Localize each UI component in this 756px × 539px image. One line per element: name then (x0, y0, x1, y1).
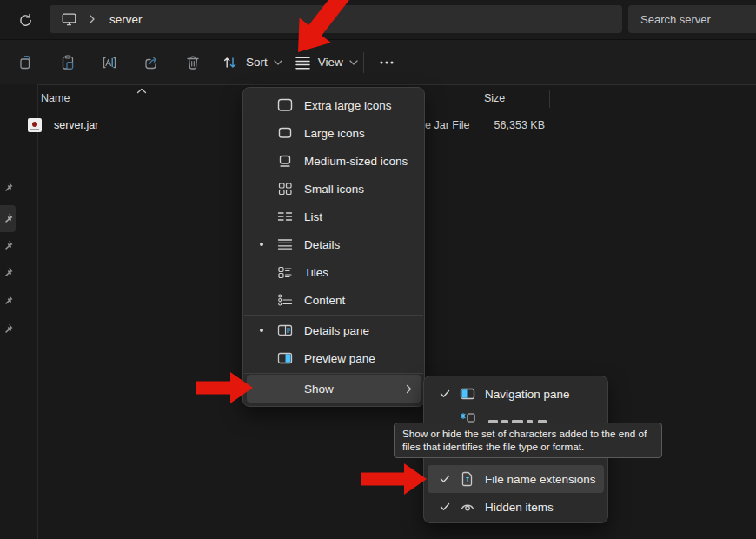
toolbar-separator (363, 52, 364, 73)
pin-icon[interactable] (2, 266, 14, 278)
menu-item-label: Show (304, 383, 334, 396)
pin-icon[interactable] (2, 294, 14, 306)
search-input[interactable]: Search server (628, 5, 756, 33)
pin-icon[interactable] (2, 181, 14, 193)
menu-item-label: Details (304, 238, 340, 251)
menu-item-label: Small icons (304, 183, 364, 196)
menu-item-label: Large icons (304, 127, 365, 140)
submenu-item-label: Navigation pane (485, 388, 570, 401)
menu-item-list[interactable]: List (247, 203, 421, 230)
list-view-icon (276, 208, 294, 225)
submenu-item-hidden-items[interactable]: Hidden items (428, 493, 604, 521)
large-icons-icon (276, 124, 294, 142)
details-view-icon (276, 236, 294, 253)
file-name: server.jar (54, 119, 98, 131)
compact-view-icon-partial (459, 411, 476, 423)
empty-icon-slot (276, 380, 294, 397)
submenu-item-file-name-extensions[interactable]: File name extensions (428, 465, 604, 493)
refresh-button[interactable] (12, 7, 38, 33)
share-icon (143, 54, 160, 71)
column-separator[interactable] (549, 90, 550, 108)
this-pc-icon[interactable] (62, 13, 76, 26)
preview-pane-icon (276, 349, 294, 367)
menu-separator (425, 409, 607, 409)
paste-icon (59, 54, 76, 71)
menu-item-small-icons[interactable]: Small icons (247, 175, 421, 203)
menu-item-extra-large-icons[interactable]: Extra large icons (247, 91, 421, 119)
view-button[interactable]: View (295, 47, 358, 78)
chevron-right-icon (406, 384, 412, 394)
column-header-name[interactable]: Name (41, 87, 70, 110)
pin-icon[interactable] (2, 212, 14, 224)
sort-label: Sort (246, 56, 268, 69)
tiles-view-icon (276, 263, 294, 281)
tooltip: Show or hide the set of characters added… (394, 423, 662, 458)
hidden-items-icon (459, 498, 476, 516)
copy-button[interactable] (9, 47, 43, 78)
menu-item-large-icons[interactable]: Large icons (247, 119, 421, 147)
chevron-down-icon (274, 60, 282, 65)
size-header-label: Size (484, 92, 505, 104)
content-view-icon (276, 291, 294, 309)
tooltip-text: Show or hide the set of characters added… (402, 428, 647, 452)
rename-icon (101, 54, 118, 71)
paste-button[interactable] (50, 47, 85, 78)
menu-item-show[interactable]: Show (247, 375, 421, 403)
selected-indicator (247, 243, 276, 246)
view-menu: Extra large icons Large icons Medium-siz… (242, 87, 425, 407)
more-options-icon (379, 60, 395, 65)
rename-button[interactable] (92, 47, 127, 78)
toolbar-separator (216, 52, 216, 73)
menu-item-medium-sized-icons[interactable]: Medium-sized icons (247, 147, 421, 175)
menu-item-label: Tiles (304, 266, 328, 279)
arrow-to-file-name-extensions (361, 463, 427, 495)
search-placeholder: Search server (640, 13, 711, 26)
details-pane-icon (276, 322, 294, 339)
menu-item-label: Preview pane (304, 352, 375, 365)
sort-ascending-icon (136, 88, 147, 94)
checkmark-icon (431, 389, 459, 398)
title-bar: server Search server (0, 0, 756, 40)
navigation-pane-icon (459, 385, 476, 403)
sort-button[interactable]: Sort (222, 47, 282, 78)
menu-item-details[interactable]: Details (247, 230, 421, 258)
delete-button[interactable] (176, 47, 210, 78)
menu-item-label: Details pane (304, 324, 369, 337)
file-size: 56,353 KB (481, 119, 545, 131)
checkmark-icon (431, 475, 459, 483)
copy-icon (17, 54, 35, 71)
delete-icon (184, 54, 202, 71)
more-options-button[interactable] (369, 47, 404, 78)
menu-item-label: Medium-sized icons (304, 155, 408, 168)
name-header-label: Name (41, 92, 70, 104)
column-separator[interactable] (481, 90, 481, 108)
medium-sized-icons-icon (276, 152, 294, 170)
jar-file-icon (28, 118, 42, 132)
view-icon (295, 55, 311, 70)
column-header-size[interactable]: Size (484, 87, 505, 110)
command-bar: Sort View (0, 40, 756, 85)
submenu-item-navigation-pane[interactable]: Navigation pane (428, 380, 604, 408)
breadcrumb-chevron-icon (89, 15, 96, 23)
submenu-item-label: File name extensions (485, 473, 596, 486)
menu-item-tiles[interactable]: Tiles (247, 258, 421, 286)
pin-icon[interactable] (2, 323, 14, 335)
menu-item-label: List (304, 210, 322, 223)
submenu-item-label: Hidden items (485, 501, 554, 514)
menu-separator (244, 315, 423, 316)
navigation-pane-sliver (0, 84, 38, 539)
checkmark-icon (431, 502, 459, 511)
address-bar[interactable]: server (50, 5, 622, 33)
menu-item-label: Extra large icons (304, 99, 392, 112)
pin-icon[interactable] (2, 239, 14, 251)
menu-item-details-pane[interactable]: Details pane (247, 316, 421, 344)
breadcrumb-segment[interactable]: server (109, 13, 143, 26)
refresh-icon (18, 13, 33, 28)
menu-separator (244, 373, 423, 374)
chevron-down-icon (349, 60, 358, 65)
sort-icon (222, 54, 239, 71)
share-button[interactable] (134, 47, 169, 78)
obscured-menu-item[interactable] (428, 411, 604, 423)
menu-item-preview-pane[interactable]: Preview pane (247, 344, 421, 372)
menu-item-content[interactable]: Content (247, 286, 421, 314)
